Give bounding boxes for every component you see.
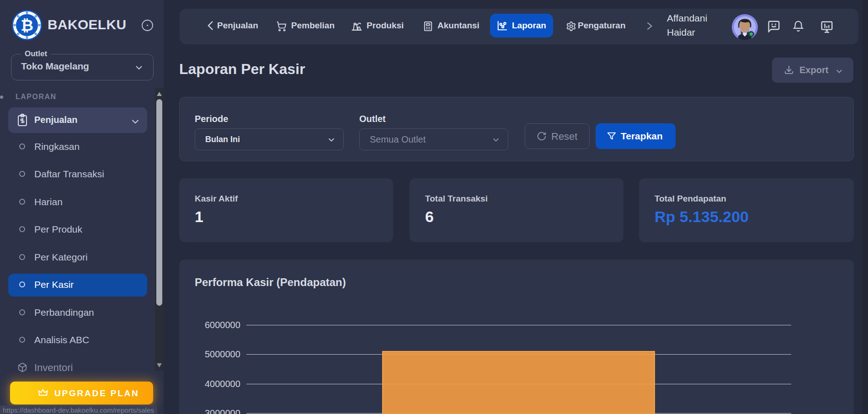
svg-text:₿: ₿ — [21, 16, 33, 34]
